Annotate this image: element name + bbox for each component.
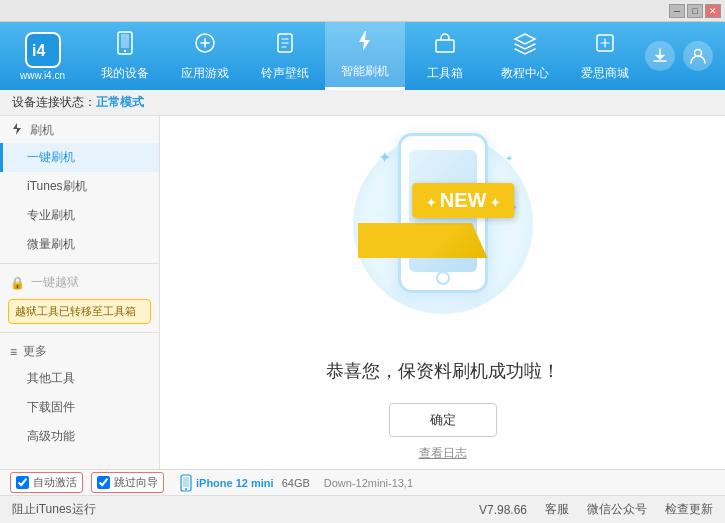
nav-label-itunes-store: 爱思商城: [581, 65, 629, 82]
svg-rect-7: [436, 40, 454, 52]
logo-area[interactable]: i4 www.i4.cn: [0, 32, 85, 81]
nav-item-tutorial[interactable]: 教程中心: [485, 22, 565, 90]
svg-rect-11: [183, 477, 189, 487]
svg-text:i4: i4: [32, 42, 45, 59]
close-btn[interactable]: ✕: [705, 4, 721, 18]
skip-wizard-input[interactable]: [97, 476, 110, 489]
title-bar: ─ □ ✕: [0, 0, 725, 22]
status-bar-top: 设备连接状态： 正常模式: [0, 90, 725, 116]
nav-icon-itunes-store: [593, 31, 617, 61]
nav-item-smart-flash[interactable]: 智能刷机: [325, 22, 405, 90]
auto-connect-input[interactable]: [16, 476, 29, 489]
nav-item-itunes-store[interactable]: 爱思商城: [565, 22, 645, 90]
device-system: Down-12mini-13,1: [324, 477, 413, 489]
sidebar-item-pro-flash[interactable]: 专业刷机: [0, 201, 159, 230]
success-title: 恭喜您，保资料刷机成功啦！: [326, 359, 560, 383]
sidebar-divider-1: [0, 263, 159, 264]
sidebar-item-download-fw[interactable]: 下载固件: [0, 393, 159, 422]
nav-item-apps-games[interactable]: 应用游戏: [165, 22, 245, 90]
sidebar-divider-2: [0, 332, 159, 333]
content-area: ✦ ✦ ✦ NEW 恭喜您，保资料刷机成功啦！ 确定 查看日志: [160, 116, 725, 469]
phone-button: [436, 271, 450, 285]
nav-label-toolbox: 工具箱: [427, 65, 463, 82]
svg-rect-3: [121, 34, 129, 48]
customer-service-link[interactable]: 客服: [545, 501, 569, 518]
status-bottom: 阻止iTunes运行 V7.98.66 客服 微信公众号 检查更新: [0, 495, 725, 523]
ribbon: [358, 223, 488, 258]
sparkle-1: ✦: [378, 148, 391, 167]
sidebar-item-other-tools[interactable]: 其他工具: [0, 364, 159, 393]
nav-icon-smart-flash: [353, 29, 377, 59]
more-section-icon: ≡: [10, 345, 17, 359]
check-update-link[interactable]: 检查更新: [665, 501, 713, 518]
sidebar-item-itunes-flash[interactable]: iTunes刷机: [0, 172, 159, 201]
sidebar-section-flash: 刷机: [0, 116, 159, 143]
device-info: iPhone 12 mini 64GB: [180, 474, 310, 492]
flash-section-icon: [10, 122, 24, 139]
jailbreak-section-label: 一键越狱: [31, 274, 79, 291]
flash-section-label: 刷机: [30, 122, 54, 139]
nav-icon-tutorial: [513, 31, 537, 61]
svg-point-4: [124, 49, 126, 51]
middle-section: 设备连接状态： 正常模式 刷机 一键刷机 iTunes刷机 专业刷机 微量刷机 …: [0, 90, 725, 523]
auto-connect-label: 自动激活: [33, 475, 77, 490]
footer-bar: 自动激活 跳过向导 iPhone 12 mini 64GB Down-12min…: [0, 469, 725, 495]
header: i4 www.i4.cn 我的设备 应用游戏 铃声壁纸: [0, 22, 725, 90]
sidebar-item-one-key-flash[interactable]: 一键刷机: [0, 143, 159, 172]
device-name: iPhone 12 mini: [196, 477, 274, 489]
more-section-label: 更多: [23, 343, 47, 360]
success-illustration: ✦ ✦ ✦ NEW: [343, 123, 543, 343]
nav-label-tutorial: 教程中心: [501, 65, 549, 82]
skip-wizard-label: 跳过向导: [114, 475, 158, 490]
lock-icon: 🔒: [10, 276, 25, 290]
minimize-btn[interactable]: ─: [669, 4, 685, 18]
nav-items: 我的设备 应用游戏 铃声壁纸 智能刷机 工具箱: [85, 22, 645, 90]
device-storage: 64GB: [282, 477, 310, 489]
nav-icon-ringtones: [273, 31, 297, 61]
version-label: V7.98.66: [479, 503, 527, 517]
nav-icon-apps-games: [193, 31, 217, 61]
confirm-button[interactable]: 确定: [389, 403, 497, 437]
user-btn[interactable]: [683, 41, 713, 71]
sidebar-section-more: ≡ 更多: [0, 337, 159, 364]
status-value: 正常模式: [96, 94, 144, 111]
nav-item-ringtones[interactable]: 铃声壁纸: [245, 22, 325, 90]
logo-icon: i4: [25, 32, 61, 68]
sidebar-warning: 越狱工具已转移至工具箱: [8, 299, 151, 324]
sidebar-item-advanced[interactable]: 高级功能: [0, 422, 159, 451]
nav-label-ringtones: 铃声壁纸: [261, 65, 309, 82]
sparkle-2: ✦: [505, 153, 513, 164]
nav-icon-my-device: [113, 31, 137, 61]
sidebar-item-micro-flash[interactable]: 微量刷机: [0, 230, 159, 259]
nav-item-toolbox[interactable]: 工具箱: [405, 22, 485, 90]
download-btn[interactable]: [645, 41, 675, 71]
itunes-status: 阻止iTunes运行: [12, 501, 479, 518]
itunes-label: 阻止iTunes运行: [12, 502, 96, 516]
sidebar-section-jailbreak: 🔒 一键越狱: [0, 268, 159, 295]
nav-right: [645, 41, 725, 71]
nav-label-smart-flash: 智能刷机: [341, 63, 389, 80]
svg-point-12: [185, 488, 187, 490]
auto-connect-checkbox[interactable]: 自动激活: [10, 472, 83, 493]
logo-url: www.i4.cn: [20, 70, 65, 81]
nav-label-apps-games: 应用游戏: [181, 65, 229, 82]
wechat-link[interactable]: 微信公众号: [587, 501, 647, 518]
device-icon: [180, 474, 192, 492]
sidebar: 刷机 一键刷机 iTunes刷机 专业刷机 微量刷机 🔒 一键越狱 越狱工具已转…: [0, 116, 160, 469]
status-and-main: 刷机 一键刷机 iTunes刷机 专业刷机 微量刷机 🔒 一键越狱 越狱工具已转…: [0, 116, 725, 469]
log-link[interactable]: 查看日志: [419, 445, 467, 462]
skip-wizard-checkbox[interactable]: 跳过向导: [91, 472, 164, 493]
nav-item-my-device[interactable]: 我的设备: [85, 22, 165, 90]
nav-label-my-device: 我的设备: [101, 65, 149, 82]
new-badge: NEW: [412, 183, 515, 218]
nav-icon-toolbox: [433, 31, 457, 61]
maximize-btn[interactable]: □: [687, 4, 703, 18]
status-right: V7.98.66 客服 微信公众号 检查更新: [479, 501, 713, 518]
status-label: 设备连接状态：: [12, 94, 96, 111]
